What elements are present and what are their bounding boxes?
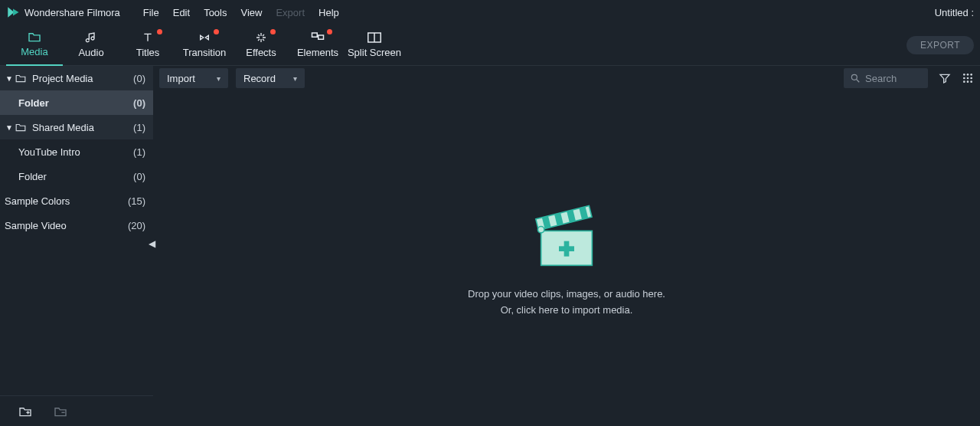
split-screen-icon [368,31,381,44]
sidebar-footer [0,395,153,426]
svg-point-24 [538,226,544,232]
menu-edit[interactable]: Edit [173,7,190,18]
chevron-down-icon: ▾ [293,74,297,83]
filter-button[interactable] [939,72,951,84]
workspace: ▼ Project Media (0) Folder (0) ▼ Shared … [0,66,980,426]
new-folder-button[interactable] [18,406,32,417]
music-icon [84,31,98,44]
svg-point-10 [967,74,969,76]
tab-audio[interactable]: Audio [63,25,119,66]
main-toolbar: Import ▾ Record ▾ [153,67,980,90]
grid-view-button[interactable] [962,72,974,84]
dropzone-line2: Or, click here to import media. [468,303,665,319]
folder-icon [28,31,41,43]
sidebar-item-sample-video[interactable]: Sample Video (20) [0,213,153,238]
tree-count: (1) [133,146,145,158]
svg-rect-0 [312,33,318,37]
dropzone-text: Drop your video clips, images, or audio … [468,287,665,319]
tree-label: Shared Media [32,122,133,133]
tree-count: (0) [133,171,145,182]
tool-tabs: Media Audio Titles Transition Effects El… [0,25,980,66]
tab-elements[interactable]: Elements [289,25,346,66]
notification-dot-icon [327,29,332,34]
tab-transition[interactable]: Transition [176,25,233,66]
menu-export: Export [276,7,305,18]
folder-icon [15,123,28,132]
tab-effects-label: Effects [246,47,276,58]
notification-dot-icon [270,29,276,34]
search-box[interactable] [844,68,928,88]
export-button[interactable]: EXPORT [906,36,974,54]
tab-titles-label: Titles [136,47,160,58]
import-label: Import [167,73,195,84]
main-panel: Import ▾ Record ▾ [153,66,980,426]
filmora-icon [6,5,20,19]
tree-label: Folder [18,97,133,109]
tab-split-screen-label: Split Screen [348,47,401,58]
chevron-down-icon[interactable]: ▼ [5,74,14,83]
svg-point-17 [970,80,972,83]
tree-label: Folder [18,171,133,182]
svg-point-15 [963,80,965,83]
svg-point-12 [963,77,965,80]
svg-point-9 [963,74,965,76]
search-icon [850,73,861,84]
tab-media[interactable]: Media [6,25,63,66]
transition-icon [198,31,211,44]
menubar: Wondershare Filmora File Edit Tools View… [0,0,980,25]
tree-label: Project Media [32,73,133,84]
record-dropdown[interactable]: Record ▾ [236,68,305,88]
sidebar-collapse-handle[interactable]: ◀ [149,238,155,249]
clapperboard-icon [528,198,605,274]
tree-label: YouTube Intro [18,146,133,158]
menu-file[interactable]: File [143,7,159,18]
svg-point-14 [970,77,972,80]
svg-point-16 [967,80,969,83]
media-tree: ▼ Project Media (0) Folder (0) ▼ Shared … [0,66,153,395]
notification-dot-icon [157,29,162,34]
menu-view[interactable]: View [240,7,262,18]
dropzone-line1: Drop your video clips, images, or audio … [468,287,665,303]
tree-count: (15) [128,195,145,207]
svg-rect-1 [318,35,324,39]
media-sidebar: ▼ Project Media (0) Folder (0) ▼ Shared … [0,66,153,426]
svg-line-8 [857,80,860,83]
record-label: Record [243,73,276,84]
media-dropzone[interactable]: Drop your video clips, images, or audio … [153,90,980,426]
sidebar-item-project-media[interactable]: ▼ Project Media (0) [0,66,153,90]
app-logo: Wondershare Filmora [6,5,120,19]
menu-help[interactable]: Help [318,7,339,18]
tab-transition-label: Transition [183,47,227,58]
sidebar-item-youtube-intro[interactable]: YouTube Intro (1) [0,139,153,164]
tab-titles[interactable]: Titles [119,25,176,66]
app-title: Wondershare Filmora [24,7,120,18]
search-input[interactable] [865,73,922,84]
svg-point-13 [967,77,969,80]
tree-count: (20) [128,220,145,231]
tree-label: Sample Colors [5,195,128,207]
tab-split-screen[interactable]: Split Screen [346,25,403,66]
menu-tools[interactable]: Tools [204,7,227,18]
sidebar-item-shared-media[interactable]: ▼ Shared Media (1) [0,115,153,139]
folder-icon [15,74,28,83]
tree-count: (0) [133,73,145,84]
elements-icon [311,31,325,44]
sidebar-item-folder[interactable]: Folder (0) [0,90,153,115]
text-icon [142,31,154,44]
tab-audio-label: Audio [78,47,103,58]
tree-count: (1) [133,122,145,133]
sparkle-icon [255,31,267,44]
delete-folder-button[interactable] [54,406,67,417]
chevron-down-icon: ▾ [217,74,220,83]
tree-count: (0) [133,97,145,109]
menu-items: File Edit Tools View Export Help [143,7,339,18]
svg-point-11 [970,74,972,76]
sidebar-item-folder-2[interactable]: Folder (0) [0,164,153,188]
tab-elements-label: Elements [297,47,338,58]
chevron-down-icon[interactable]: ▼ [5,123,14,132]
notification-dot-icon [214,29,219,34]
tab-effects[interactable]: Effects [233,25,289,66]
import-dropdown[interactable]: Import ▾ [159,68,228,88]
tab-media-label: Media [21,46,47,57]
sidebar-item-sample-colors[interactable]: Sample Colors (15) [0,188,153,213]
